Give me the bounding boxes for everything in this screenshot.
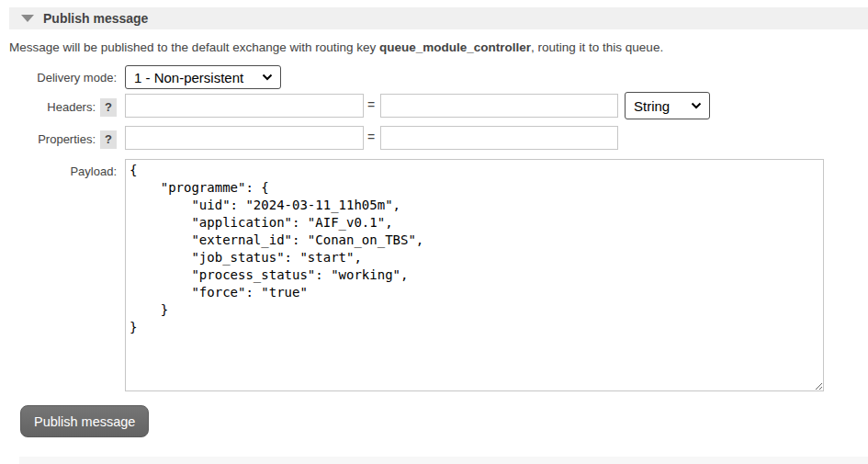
delivery-mode-selected-value: 1 - Non-persistent: [134, 70, 243, 85]
routing-key: queue_module_controller: [379, 40, 531, 54]
headers-help-icon[interactable]: ?: [100, 98, 117, 117]
chevron-down-icon: [262, 74, 273, 81]
properties-value-input[interactable]: [380, 126, 618, 150]
publish-message-button[interactable]: Publish message: [20, 405, 149, 437]
section-title: Publish message: [43, 11, 148, 26]
chevron-down-icon: [691, 102, 702, 109]
properties-help-icon[interactable]: ?: [100, 130, 117, 149]
payload-textarea[interactable]: { "programme": { "uid": "2024-03-11_11h0…: [125, 159, 824, 391]
headers-equals-sign: =: [367, 97, 375, 112]
publish-description: Message will be published to the default…: [9, 40, 663, 54]
headers-value-input[interactable]: [380, 94, 618, 118]
headers-key-input[interactable]: [125, 94, 364, 118]
headers-type-selected-value: String: [634, 98, 670, 114]
headers-type-select[interactable]: String: [625, 92, 710, 119]
publish-message-section-header[interactable]: Publish message: [9, 7, 868, 29]
properties-equals-sign: =: [367, 130, 375, 144]
delivery-mode-label: Delivery mode:: [0, 71, 117, 85]
properties-label: Properties: ?: [0, 130, 117, 149]
properties-key-input[interactable]: [125, 126, 364, 150]
description-suffix: , routing it to this queue.: [531, 40, 663, 54]
description-prefix: Message will be published to the default…: [9, 40, 379, 54]
delivery-mode-select[interactable]: 1 - Non-persistent: [125, 65, 281, 89]
headers-label: Headers: ?: [0, 98, 117, 117]
payload-label: Payload:: [0, 164, 117, 178]
next-section-header[interactable]: [19, 457, 868, 464]
collapse-triangle-icon: [21, 15, 34, 22]
publish-message-page: Publish message Message will be publishe…: [0, 0, 868, 464]
